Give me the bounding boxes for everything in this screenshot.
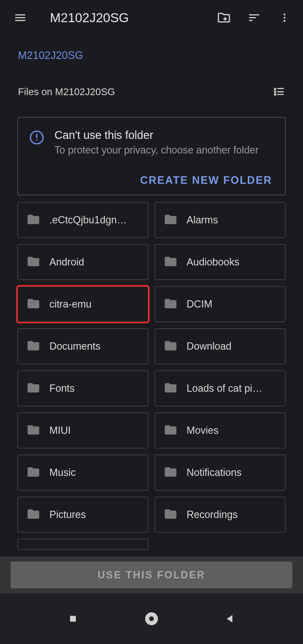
svg-point-1 bbox=[284, 17, 286, 19]
folder-label: Music bbox=[49, 467, 76, 478]
folder-icon bbox=[26, 381, 40, 396]
notice-subtitle: To protect your privacy, choose another … bbox=[54, 144, 259, 157]
view-toggle-button[interactable] bbox=[271, 84, 287, 100]
folder-label: DCIM bbox=[187, 298, 212, 310]
svg-point-2 bbox=[284, 20, 286, 22]
folder-icon bbox=[26, 339, 40, 354]
folder-label: Notifications bbox=[187, 467, 242, 478]
folder-item[interactable]: .eCtcQjbu1dgn… bbox=[17, 202, 148, 238]
folder-icon bbox=[164, 507, 178, 522]
sort-button[interactable] bbox=[244, 8, 264, 28]
folder-label: MIUI bbox=[49, 425, 71, 436]
square-icon bbox=[68, 614, 78, 624]
back-button[interactable] bbox=[219, 608, 241, 630]
files-header-label: Files on M2102J20SG bbox=[18, 86, 115, 97]
folder-plus-icon bbox=[217, 10, 231, 25]
folder-icon bbox=[26, 465, 40, 480]
folder-item[interactable]: Android bbox=[17, 244, 148, 280]
notice-title: Can't use this folder bbox=[54, 129, 259, 141]
breadcrumb[interactable]: M2102J20SG bbox=[0, 35, 303, 73]
folder-icon bbox=[26, 212, 40, 228]
folder-icon bbox=[164, 339, 178, 354]
more-vert-icon bbox=[279, 12, 290, 23]
folder-label: Android bbox=[49, 256, 84, 268]
folder-label: Download bbox=[187, 340, 231, 352]
folder-icon bbox=[164, 381, 178, 396]
folder-item[interactable]: Alarms bbox=[155, 202, 286, 238]
privacy-notice-card: Can't use this folder To protect your pr… bbox=[17, 117, 286, 195]
folder-item[interactable]: Fonts bbox=[17, 370, 148, 406]
folder-icon bbox=[164, 212, 178, 228]
use-this-folder-button[interactable]: USE THIS FOLDER bbox=[11, 562, 292, 588]
folder-item[interactable] bbox=[17, 539, 148, 550]
folder-icon bbox=[26, 255, 40, 270]
folder-grid: .eCtcQjbu1dgn…AlarmsAndroidAudiobookscit… bbox=[0, 202, 303, 550]
folder-icon bbox=[26, 297, 40, 312]
folder-label: Movies bbox=[187, 425, 219, 436]
list-view-icon bbox=[272, 85, 285, 98]
folder-label: citra-emu bbox=[49, 298, 91, 310]
folder-item[interactable]: Music bbox=[17, 455, 148, 491]
folder-item[interactable]: citra-emu bbox=[17, 286, 148, 322]
folder-item[interactable]: Recordings bbox=[155, 497, 286, 533]
app-bar: M2102J20SG bbox=[0, 0, 303, 35]
breadcrumb-root: M2102J20SG bbox=[18, 49, 83, 61]
menu-button[interactable] bbox=[10, 8, 30, 28]
folder-label: Alarms bbox=[187, 214, 218, 226]
folder-label: Pictures bbox=[49, 509, 86, 521]
folder-item[interactable]: Movies bbox=[155, 412, 286, 448]
folder-item[interactable]: Notifications bbox=[155, 455, 286, 491]
folder-icon bbox=[26, 507, 40, 522]
appbar-title: M2102J20SG bbox=[50, 10, 214, 25]
svg-point-0 bbox=[284, 13, 286, 15]
folder-label: Fonts bbox=[49, 382, 75, 394]
folder-icon bbox=[164, 255, 178, 270]
folder-item[interactable]: MIUI bbox=[17, 412, 148, 448]
folder-icon bbox=[164, 297, 178, 312]
svg-rect-5 bbox=[36, 139, 38, 141]
circle-icon bbox=[144, 612, 159, 626]
bottom-action-bar: USE THIS FOLDER bbox=[0, 556, 303, 593]
recents-button[interactable] bbox=[62, 608, 84, 630]
svg-rect-4 bbox=[36, 134, 38, 138]
overflow-button[interactable] bbox=[274, 8, 295, 28]
folder-icon bbox=[26, 423, 40, 438]
home-button[interactable] bbox=[140, 608, 163, 630]
folder-item[interactable]: Audiobooks bbox=[155, 244, 286, 280]
folder-label: Recordings bbox=[187, 509, 238, 521]
files-header: Files on M2102J20SG bbox=[0, 73, 303, 111]
new-folder-button[interactable] bbox=[214, 8, 234, 28]
folder-icon bbox=[164, 465, 178, 480]
folder-item[interactable]: Documents bbox=[17, 328, 148, 364]
folder-item[interactable]: Download bbox=[155, 328, 286, 364]
system-nav-bar bbox=[0, 593, 303, 644]
svg-point-8 bbox=[148, 615, 155, 622]
folder-label: .eCtcQjbu1dgn… bbox=[49, 214, 127, 226]
folder-label: Audiobooks bbox=[187, 256, 239, 268]
alert-icon bbox=[29, 130, 44, 146]
triangle-left-icon bbox=[224, 613, 236, 624]
folder-label: Documents bbox=[49, 340, 100, 352]
folder-item[interactable]: Loads of cat pi… bbox=[155, 370, 286, 406]
sort-icon bbox=[247, 11, 261, 24]
hamburger-icon bbox=[13, 11, 27, 24]
folder-label: Loads of cat pi… bbox=[187, 382, 262, 394]
folder-item[interactable]: Pictures bbox=[17, 497, 148, 533]
create-new-folder-button[interactable]: CREATE NEW FOLDER bbox=[140, 174, 272, 186]
svg-rect-6 bbox=[70, 616, 76, 622]
folder-item[interactable]: DCIM bbox=[155, 286, 286, 322]
folder-icon bbox=[164, 423, 178, 438]
